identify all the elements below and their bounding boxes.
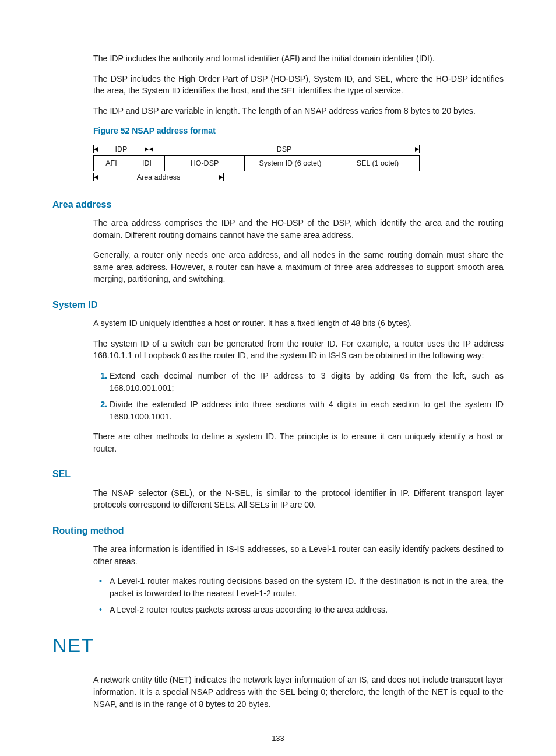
intro-p2: The DSP includes the High Order Part of … xyxy=(93,73,504,97)
routing-li2: A Level-2 router routes packets across a… xyxy=(110,604,504,616)
cell-sel: SEL (1 octet) xyxy=(336,155,420,171)
cell-afi: AFI xyxy=(94,155,129,171)
sysid-p2: The system ID of a switch can be generat… xyxy=(93,338,504,362)
area-p2: Generally, a router only needs one area … xyxy=(93,249,504,285)
cell-hodsp: HO-DSP xyxy=(165,155,245,171)
figure-label: Figure 52 NSAP address format xyxy=(93,125,504,136)
routing-p1: The area information is identified in IS… xyxy=(93,543,504,567)
routing-li1: A Level-1 router makes routing decisions… xyxy=(110,575,504,599)
fig-area-label: Area address xyxy=(133,172,184,183)
nsap-figure: IDP DSP AFI IDI HO-DSP System ID (6 octe… xyxy=(93,143,420,184)
heading-sel: SEL xyxy=(52,467,504,481)
nsap-table: AFI IDI HO-DSP System ID (6 octet) SEL (… xyxy=(93,155,420,172)
intro-p1: The IDP includes the authority and forma… xyxy=(93,52,504,65)
page-number: 133 xyxy=(52,733,504,744)
area-p1: The area address comprises the IDP and t… xyxy=(93,217,504,241)
cell-sysid: System ID (6 octet) xyxy=(245,155,336,171)
sysid-p1: A system ID uniquely identifies a host o… xyxy=(93,317,504,330)
fig-dsp-label: DSP xyxy=(273,144,295,155)
net-p1: A network entity title (NET) indicates t… xyxy=(93,674,504,710)
intro-p3: The IDP and DSP are variable in length. … xyxy=(93,105,504,117)
heading-area-address: Area address xyxy=(52,198,504,211)
heading-routing: Routing method xyxy=(52,524,504,537)
heading-system-id: System ID xyxy=(52,298,504,312)
sysid-steps: Extend each decimal number of the IP add… xyxy=(93,370,504,422)
sel-p1: The NSAP selector (SEL), or the N-SEL, i… xyxy=(93,487,504,511)
cell-idi: IDI xyxy=(129,155,165,171)
sysid-step-2: Divide the extended IP address into thre… xyxy=(110,398,504,422)
fig-idp-label: IDP xyxy=(112,144,131,155)
sysid-p3: There are other methods to define a syst… xyxy=(93,430,504,454)
sysid-step-1: Extend each decimal number of the IP add… xyxy=(110,370,504,394)
routing-bullets: A Level-1 router makes routing decisions… xyxy=(93,575,504,616)
heading-net: NET xyxy=(52,631,504,660)
